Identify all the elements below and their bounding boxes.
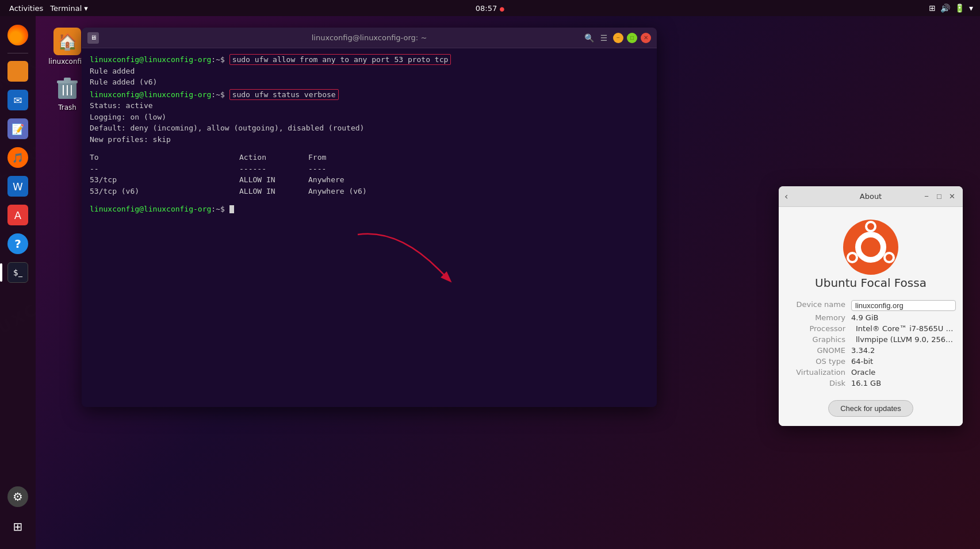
activities-button[interactable]: Activities — [5, 4, 48, 13]
svg-point-14 — [849, 254, 856, 261]
linuxconfig-label: linuxconfig — [48, 57, 86, 66]
about-gnome-label: GNOME — [788, 346, 851, 355]
terminal-line-2: Rule added — [90, 66, 649, 77]
sidebar-item-help[interactable]: ? — [5, 231, 31, 257]
about-memory-label: Memory — [788, 313, 851, 322]
terminal-line-5: Status: active — [90, 100, 649, 112]
terminal-maximize-button[interactable]: □ — [627, 33, 637, 43]
notes-icon: 📝 — [7, 118, 28, 139]
ubuntu-logo — [842, 218, 899, 276]
sidebar: ✉ 📝 🎵 W A ? $_ ⚙ ⊞ — [0, 16, 36, 549]
terminal-menu-label: Terminal — [50, 4, 82, 13]
about-virt-value: Oracle — [851, 368, 954, 377]
about-content: Ubuntu Focal Fossa Device name Memory 4.… — [779, 207, 963, 426]
about-back-button[interactable]: ‹ — [784, 191, 788, 202]
clock-time: 08:57 — [476, 4, 497, 13]
terminal-table-header: To Action From — [90, 152, 649, 163]
about-graphics-row: Graphics llvmpipe (LLVM 9.0, 256 bits) — [788, 334, 954, 345]
terminal-table-row-1: 53/tcp ALLOW IN Anywhere — [90, 174, 649, 186]
sidebar-item-settings[interactable]: ⚙ — [5, 483, 31, 510]
about-disk-row: Disk 16.1 GB — [788, 378, 954, 389]
terminal-close-button[interactable]: ✕ — [641, 33, 651, 43]
writer-icon: W — [7, 176, 28, 197]
about-minimize-button[interactable]: − — [921, 191, 932, 202]
about-disk-label: Disk — [788, 379, 851, 387]
about-maximize-button[interactable]: □ — [934, 191, 944, 202]
about-device-input[interactable] — [851, 300, 956, 311]
about-title: About — [860, 192, 882, 201]
sidebar-item-firefox[interactable] — [5, 22, 31, 48]
trash-label: Trash — [58, 103, 76, 112]
sound-icon[interactable]: 🔊 — [940, 3, 950, 13]
terminal-titlebar-icon: 🖥 — [87, 32, 99, 44]
terminal-window: 🖥 linuxconfig@linuxconfig-org: ~ 🔍 ☰ − □… — [82, 28, 657, 407]
sidebar-item-music[interactable]: 🎵 — [5, 144, 31, 171]
cursor — [229, 205, 234, 213]
about-os-name: Ubuntu Focal Fossa — [815, 276, 927, 290]
about-disk-value: 16.1 GB — [851, 379, 954, 387]
linuxconfig-folder-icon: 🏠 — [53, 28, 81, 55]
desktop: 🏠 linuxconfig Trash 🖥 linuxconfig@linuxc… — [36, 16, 980, 549]
about-window: ‹ About − □ ✕ Ubuntu Focal F — [779, 186, 963, 426]
about-virt-row: Virtualization Oracle — [788, 367, 954, 378]
svg-point-13 — [886, 254, 893, 261]
prompt-1: linuxconfig@linuxconfig-org — [90, 55, 211, 64]
sidebar-item-grid[interactable]: ⊞ — [5, 513, 31, 540]
firefox-icon — [7, 25, 28, 45]
about-virt-label: Virtualization — [788, 368, 851, 377]
about-processor-label: Processor — [788, 324, 851, 333]
about-close-button[interactable]: ✕ — [947, 191, 957, 202]
blank-2 — [90, 197, 649, 204]
terminal-line-7: Default: deny (incoming), allow (outgoin… — [90, 122, 649, 134]
about-device-label: Device name — [788, 300, 851, 311]
blank-1 — [90, 145, 649, 152]
about-gnome-row: GNOME 3.34.2 — [788, 345, 954, 356]
check-updates-button[interactable]: Check for updates — [828, 400, 913, 417]
network-icon[interactable]: ⊞ — [929, 3, 936, 13]
about-ostype-value: 64-bit — [851, 357, 954, 366]
about-ostype-row: OS type 64-bit — [788, 356, 954, 367]
about-device-row: Device name — [788, 299, 954, 312]
terminal-menu[interactable]: Terminal ▾ — [50, 4, 87, 13]
sidebar-item-email[interactable]: ✉ — [5, 87, 31, 113]
sidebar-item-terminal[interactable]: $_ — [5, 259, 31, 286]
terminal-line-6: Logging: on (low) — [90, 112, 649, 123]
terminal-table-sep: -- ------ ---- — [90, 163, 649, 175]
topbar-left: Activities Terminal ▾ — [0, 4, 88, 13]
sidebar-item-notes[interactable]: 📝 — [5, 116, 31, 142]
folder-icon — [7, 61, 28, 82]
svg-point-12 — [867, 223, 874, 230]
terminal-line-3: Rule added (v6) — [90, 76, 649, 88]
about-processor-row: Processor Intel® Core™ i7-8565U CPU @... — [788, 323, 954, 334]
prompt-2: linuxconfig@linuxconfig-org — [90, 90, 211, 99]
sidebar-item-software[interactable]: A — [5, 202, 31, 228]
terminal-line-4: linuxconfig@linuxconfig-org:~$ sudo ufw … — [90, 89, 649, 101]
about-memory-row: Memory 4.9 GiB — [788, 312, 954, 323]
sidebar-bottom: ⚙ ⊞ — [5, 483, 31, 540]
about-gnome-value: 3.34.2 — [851, 346, 954, 355]
terminal-hamburger-button[interactable]: ☰ — [598, 32, 610, 44]
prompt-3: linuxconfig@linuxconfig-org — [90, 205, 211, 213]
terminal-icon: $_ — [7, 262, 28, 283]
terminal-search-button[interactable]: 🔍 — [583, 32, 595, 44]
battery-icon[interactable]: 🔋 — [955, 3, 964, 13]
sidebar-item-files[interactable] — [5, 58, 31, 85]
software-icon: A — [7, 205, 28, 225]
terminal-title: linuxconfig@linuxconfig-org: ~ — [312, 33, 427, 42]
cmd-1: sudo ufw allow from any to any port 53 p… — [229, 54, 451, 65]
about-memory-value: 4.9 GiB — [851, 313, 954, 322]
terminal-line-8: New profiles: skip — [90, 134, 649, 145]
about-titlebar: ‹ About − □ ✕ — [779, 186, 963, 207]
terminal-line-prompt-final: linuxconfig@linuxconfig-org:~$ — [90, 204, 649, 215]
cmd-2: sudo ufw status verbose — [229, 89, 339, 100]
recording-indicator: ● — [499, 6, 504, 12]
sidebar-item-writer[interactable]: W — [5, 173, 31, 199]
music-icon: 🎵 — [7, 147, 28, 168]
topbar-clock: 08:57 ● — [476, 4, 504, 13]
terminal-menu-arrow: ▾ — [84, 4, 88, 13]
terminal-minimize-button[interactable]: − — [613, 33, 623, 43]
svg-rect-2 — [64, 78, 71, 81]
help-icon: ? — [7, 233, 28, 254]
terminal-content[interactable]: linuxconfig@linuxconfig-org:~$ sudo ufw … — [82, 48, 657, 407]
system-menu-icon[interactable]: ▾ — [969, 3, 973, 13]
